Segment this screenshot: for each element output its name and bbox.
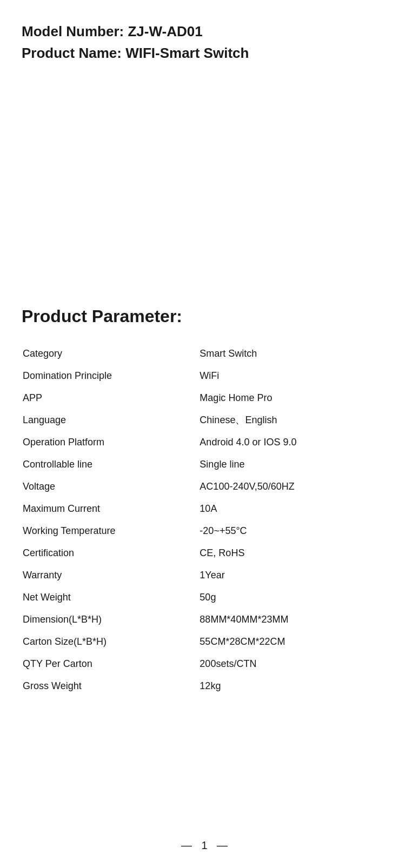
- table-row: Domination PrincipleWiFi: [22, 365, 390, 387]
- page-container: Model Number: ZJ-W-AD01 Product Name: WI…: [0, 0, 412, 868]
- param-label: Working Temperature: [22, 520, 198, 542]
- param-label: Category: [22, 343, 198, 365]
- param-label: Language: [22, 409, 198, 431]
- page-footer: — 1 —: [0, 839, 412, 852]
- table-row: Working Temperature-20~+55°C: [22, 520, 390, 542]
- param-label: Carton Size(L*B*H): [22, 631, 198, 653]
- param-label: Gross Weight: [22, 675, 198, 697]
- param-value: 10A: [198, 498, 390, 520]
- param-label: Domination Principle: [22, 365, 198, 387]
- page-number: — 1 —: [181, 839, 231, 851]
- table-row: CategorySmart Switch: [22, 343, 390, 365]
- product-name: Product Name: WIFI-Smart Switch: [22, 43, 390, 63]
- param-label: Dimension(L*B*H): [22, 609, 198, 631]
- table-row: VoltageAC100-240V,50/60HZ: [22, 476, 390, 498]
- param-label: QTY Per Carton: [22, 653, 198, 675]
- table-row: Warranty1Year: [22, 564, 390, 586]
- params-table: CategorySmart SwitchDomination Principle…: [22, 343, 390, 697]
- param-value: Magic Home Pro: [198, 387, 390, 409]
- param-label: Voltage: [22, 476, 198, 498]
- table-row: Operation PlatformAndroid 4.0 or IOS 9.0: [22, 431, 390, 453]
- param-value: Smart Switch: [198, 343, 390, 365]
- header-section: Model Number: ZJ-W-AD01 Product Name: WI…: [22, 22, 390, 63]
- param-label: Certification: [22, 542, 198, 564]
- table-row: CertificationCE, RoHS: [22, 542, 390, 564]
- param-label: Maximum Current: [22, 498, 198, 520]
- table-row: LanguageChinese、English: [22, 409, 390, 431]
- table-row: Gross Weight12kg: [22, 675, 390, 697]
- param-label: Operation Platform: [22, 431, 198, 453]
- param-label: Warranty: [22, 564, 198, 586]
- param-value: 200sets/CTN: [198, 653, 390, 675]
- table-row: Carton Size(L*B*H)55CM*28CM*22CM: [22, 631, 390, 653]
- param-value: AC100-240V,50/60HZ: [198, 476, 390, 498]
- param-value: -20~+55°C: [198, 520, 390, 542]
- param-value: Android 4.0 or IOS 9.0: [198, 431, 390, 453]
- param-label: Net Weight: [22, 586, 198, 609]
- product-parameter-heading: Product Parameter:: [22, 306, 390, 326]
- table-row: Dimension(L*B*H)88MM*40MM*23MM: [22, 609, 390, 631]
- product-image-area: [22, 74, 390, 301]
- param-value: CE, RoHS: [198, 542, 390, 564]
- table-row: QTY Per Carton200sets/CTN: [22, 653, 390, 675]
- param-value: 1Year: [198, 564, 390, 586]
- param-label: Controllable line: [22, 453, 198, 476]
- table-row: APPMagic Home Pro: [22, 387, 390, 409]
- param-label: APP: [22, 387, 198, 409]
- model-number: Model Number: ZJ-W-AD01: [22, 22, 390, 41]
- table-row: Maximum Current10A: [22, 498, 390, 520]
- param-value: 88MM*40MM*23MM: [198, 609, 390, 631]
- table-row: Controllable lineSingle line: [22, 453, 390, 476]
- param-value: 55CM*28CM*22CM: [198, 631, 390, 653]
- param-value: Single line: [198, 453, 390, 476]
- param-value: 50g: [198, 586, 390, 609]
- param-value: WiFi: [198, 365, 390, 387]
- param-value: Chinese、English: [198, 409, 390, 431]
- param-value: 12kg: [198, 675, 390, 697]
- table-row: Net Weight50g: [22, 586, 390, 609]
